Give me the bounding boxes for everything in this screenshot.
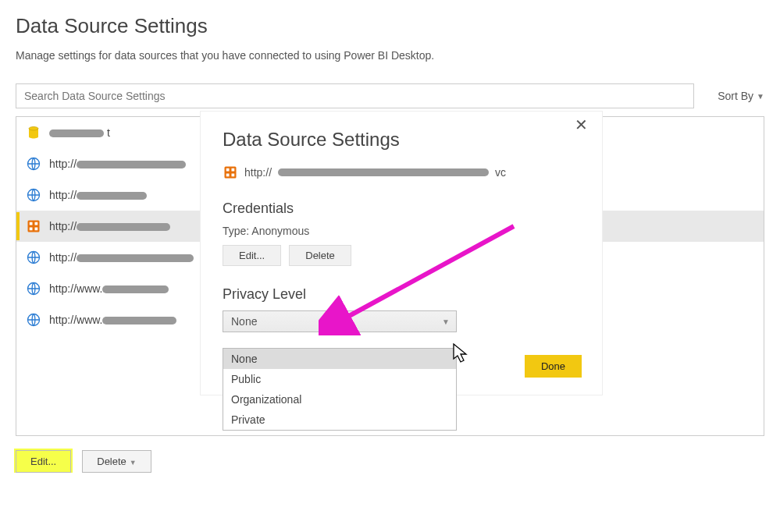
svg-rect-7 [30,228,33,231]
credential-type: Type: Anonymous [223,225,580,237]
chevron-down-icon: ▼ [442,317,450,326]
globe-icon [26,312,41,328]
svg-rect-6 [35,222,38,225]
source-url-suffix: vc [495,166,506,179]
globe-icon [26,281,41,296]
data-source-label: http://www. [49,314,176,326]
chevron-down-icon: ▼ [757,92,764,101]
delete-button[interactable]: Delete▼ [82,450,151,473]
privacy-level-select[interactable]: None ▼ [223,310,457,332]
globe-icon [26,187,41,203]
privacy-selected-value: None [231,315,257,328]
privacy-option-none[interactable]: None [223,349,456,369]
credential-edit-button[interactable]: Edit... [223,245,281,266]
credentials-heading: Credentials [223,200,580,217]
svg-rect-13 [226,168,230,172]
dialog-title: Data Source Settings [223,129,580,151]
database-icon [26,125,41,140]
svg-rect-16 [232,174,235,177]
credential-delete-button[interactable]: Delete [289,245,351,266]
privacy-level-options: None Public Organizational Private [223,348,457,431]
svg-rect-14 [232,168,235,172]
svg-rect-8 [35,228,38,231]
data-source-label: t [49,126,110,139]
chevron-down-icon: ▼ [130,459,137,466]
privacy-option-organizational[interactable]: Organizational [223,389,456,410]
data-source-label: http:// [49,220,170,232]
odata-icon [26,218,41,234]
globe-icon [26,250,41,265]
data-source-settings-dialog: ✕ Data Source Settings http://vc Credent… [200,111,603,395]
privacy-level-heading: Privacy Level [223,286,580,303]
data-source-label: http:// [49,251,194,264]
odata-icon [223,165,238,180]
page-description: Manage settings for data sources that yo… [16,49,764,62]
close-button[interactable]: ✕ [570,115,593,135]
selection-indicator [16,212,20,240]
sort-by-label: Sort By [718,90,753,102]
svg-rect-5 [30,222,33,225]
delete-label: Delete [97,456,126,467]
data-source-label: http:// [49,189,147,201]
close-icon: ✕ [575,116,588,133]
data-source-label: http://www. [49,282,169,295]
privacy-option-private[interactable]: Private [223,410,456,430]
search-input[interactable] [16,83,694,108]
page-title: Data Source Settings [16,14,764,38]
dialog-source-url: http://vc [223,165,580,180]
privacy-option-public[interactable]: Public [223,369,456,389]
dialog-done-button[interactable]: Done [525,355,582,378]
edit-button[interactable]: Edit... [16,450,71,473]
source-url-prefix: http:// [244,166,272,179]
sort-by-dropdown[interactable]: Sort By ▼ [718,90,764,102]
svg-rect-15 [226,174,230,177]
globe-icon [26,156,41,172]
data-source-label: http:// [49,158,186,170]
